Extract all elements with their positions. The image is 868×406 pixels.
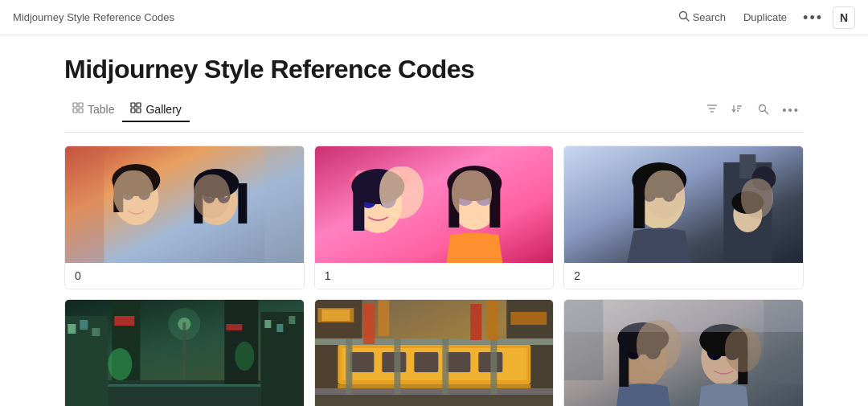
card-image-0 [65, 146, 304, 263]
svg-rect-74 [264, 320, 271, 328]
svg-rect-8 [131, 109, 135, 113]
card-image-5 [564, 300, 803, 406]
svg-point-31 [223, 192, 227, 198]
svg-rect-112 [315, 395, 554, 406]
svg-rect-96 [350, 352, 374, 372]
page-title: Midjourney Style Reference Codes [64, 55, 804, 84]
svg-point-116 [645, 340, 661, 359]
svg-point-123 [725, 341, 741, 360]
svg-rect-26 [113, 180, 123, 212]
svg-rect-127 [739, 340, 748, 384]
svg-point-40 [379, 187, 396, 208]
svg-point-30 [208, 192, 213, 198]
svg-rect-54 [489, 183, 500, 228]
search-icon [678, 10, 690, 24]
gallery-search-button[interactable] [753, 100, 773, 121]
main-content: Midjourney Style Reference Codes Table [0, 35, 868, 406]
svg-rect-2 [73, 103, 77, 107]
card-label-2: 2 [564, 263, 803, 289]
svg-point-61 [662, 184, 677, 202]
svg-rect-7 [137, 103, 141, 107]
svg-line-1 [686, 18, 689, 22]
sort-icon [731, 102, 744, 115]
tabs-divider [64, 132, 804, 133]
tab-gallery-label: Gallery [145, 103, 181, 116]
svg-point-23 [127, 189, 132, 195]
card-image-2 [564, 146, 803, 263]
svg-rect-79 [224, 300, 258, 384]
gallery-card-2[interactable]: 2 [563, 146, 804, 289]
gallery-card-0[interactable]: 0 [64, 146, 305, 289]
svg-point-62 [649, 187, 654, 194]
card-image-svg-3 [65, 300, 304, 406]
svg-point-50 [462, 187, 470, 197]
sort-button[interactable] [727, 99, 748, 121]
svg-rect-3 [79, 103, 83, 107]
card-image-1 [315, 146, 554, 263]
svg-rect-130 [564, 300, 803, 332]
more-options-button[interactable]: ••• [798, 7, 828, 28]
svg-rect-72 [92, 328, 100, 336]
card-image-svg-0 [65, 146, 304, 263]
svg-rect-75 [276, 324, 283, 332]
svg-rect-35 [65, 146, 104, 263]
svg-rect-6 [131, 103, 135, 107]
svg-point-28 [203, 189, 215, 203]
svg-point-83 [108, 348, 132, 380]
svg-point-22 [137, 186, 150, 200]
svg-rect-110 [470, 304, 481, 340]
svg-point-118 [652, 343, 658, 351]
svg-point-58 [752, 166, 776, 191]
card-image-svg-2 [564, 146, 803, 263]
gallery-card-4[interactable]: 4 [314, 299, 555, 406]
svg-rect-82 [182, 322, 186, 379]
card-label-1: 1 [315, 263, 554, 289]
search-button[interactable]: Search [672, 7, 732, 27]
tab-table-label: Table [88, 103, 114, 116]
svg-point-21 [121, 186, 134, 200]
tab-table[interactable]: Table [64, 97, 122, 122]
topbar: Midjourney Style Reference Codes Search … [0, 0, 868, 35]
duplicate-label: Duplicate [743, 11, 787, 23]
svg-line-18 [765, 111, 768, 114]
svg-rect-34 [238, 183, 247, 224]
card-label-0: 0 [65, 263, 304, 289]
gallery-card-5[interactable]: 5 [563, 299, 804, 406]
gallery-grid: 0 [64, 142, 804, 406]
view-tabs: Table Gallery [64, 97, 804, 122]
svg-rect-111 [486, 300, 497, 340]
duplicate-button[interactable]: Duplicate [737, 8, 793, 27]
gallery-card-3[interactable]: 3 [64, 299, 305, 406]
svg-rect-87 [108, 384, 260, 387]
filter-icon [706, 102, 719, 115]
tabs-right: ••• [702, 99, 804, 121]
svg-rect-65 [634, 180, 645, 228]
svg-point-67 [732, 191, 764, 214]
card-image-svg-4 [315, 300, 554, 406]
tab-gallery[interactable]: Gallery [122, 97, 189, 122]
svg-point-49 [474, 183, 493, 206]
topbar-actions: Search Duplicate ••• N [672, 6, 855, 29]
svg-point-51 [481, 187, 489, 197]
gallery-card-1[interactable]: 1 [314, 146, 555, 289]
topbar-title: Midjourney Style Reference Codes [13, 11, 174, 23]
svg-point-84 [235, 342, 254, 371]
svg-point-29 [217, 189, 230, 203]
card-image-4 [315, 300, 554, 406]
svg-point-24 [143, 189, 148, 195]
svg-rect-86 [226, 324, 242, 330]
svg-point-42 [386, 191, 392, 199]
svg-point-125 [731, 344, 738, 352]
svg-rect-108 [363, 304, 375, 344]
svg-rect-33 [194, 183, 203, 224]
filter-button[interactable] [702, 99, 723, 121]
svg-rect-105 [394, 338, 400, 395]
more-options-icon: ••• [803, 10, 823, 25]
svg-rect-93 [510, 312, 547, 325]
svg-point-60 [643, 184, 657, 202]
svg-point-17 [760, 105, 766, 111]
svg-rect-9 [137, 109, 141, 113]
gallery-more-button[interactable]: ••• [778, 100, 804, 120]
svg-rect-5 [79, 109, 83, 113]
svg-rect-120 [620, 338, 629, 387]
